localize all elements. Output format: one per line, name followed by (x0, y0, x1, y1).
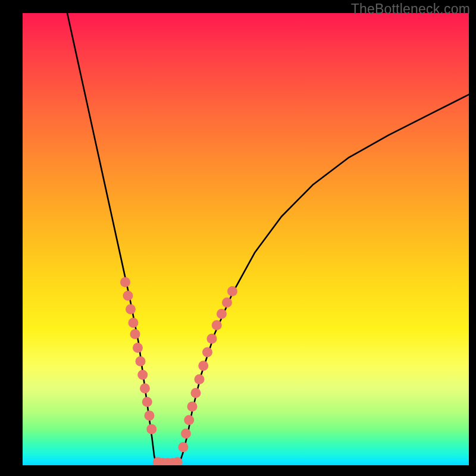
marker-layer (120, 277, 237, 465)
data-point-marker (198, 361, 208, 371)
data-point-marker (130, 329, 140, 339)
data-point-marker (184, 415, 194, 425)
data-point-marker (187, 402, 198, 412)
data-point-marker (217, 309, 227, 319)
data-point-marker (140, 383, 150, 393)
data-point-marker (212, 320, 222, 330)
chart-frame: TheBottleneck.com (0, 0, 476, 476)
data-point-marker (227, 286, 237, 296)
curve-layer (67, 13, 469, 465)
data-point-marker (126, 304, 136, 314)
data-point-marker (195, 374, 205, 384)
data-point-marker (207, 334, 217, 344)
data-point-marker (178, 442, 189, 452)
watermark-text: TheBottleneck.com (351, 1, 470, 17)
data-point-marker (146, 424, 156, 434)
data-point-marker (145, 411, 155, 421)
plot-area (23, 13, 469, 465)
data-point-marker (222, 298, 232, 308)
data-point-marker (181, 428, 191, 439)
data-point-marker (129, 318, 139, 328)
bottleneck-curve (67, 13, 469, 465)
data-point-marker (191, 388, 201, 398)
data-point-marker (123, 291, 133, 301)
bottleneck-curve-svg (23, 13, 469, 465)
data-point-marker (137, 370, 148, 380)
data-point-marker (120, 277, 130, 287)
data-point-marker (142, 397, 152, 407)
data-point-marker (202, 347, 212, 358)
data-point-marker (136, 356, 146, 367)
data-point-marker (133, 343, 143, 353)
